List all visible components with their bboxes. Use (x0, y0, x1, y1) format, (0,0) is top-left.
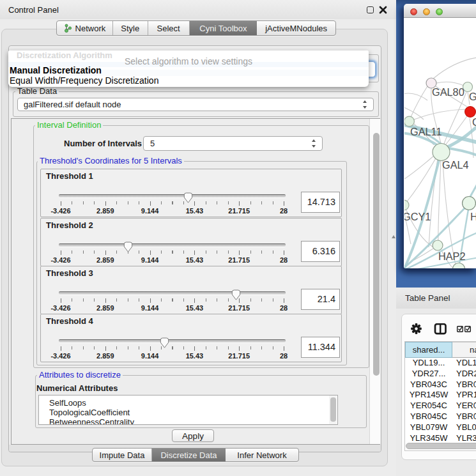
svg-text:GAL4: GAL4 (442, 159, 469, 171)
svg-text:GA: GA (469, 91, 476, 102)
svg-text:GCY1: GCY1 (404, 211, 431, 222)
svg-text:GAL11: GAL11 (410, 126, 441, 137)
svg-text:H: H (470, 211, 476, 222)
svg-text:C: C (472, 116, 476, 128)
svg-text:GAL80: GAL80 (432, 86, 464, 98)
svg-text:HAP2: HAP2 (438, 250, 466, 262)
